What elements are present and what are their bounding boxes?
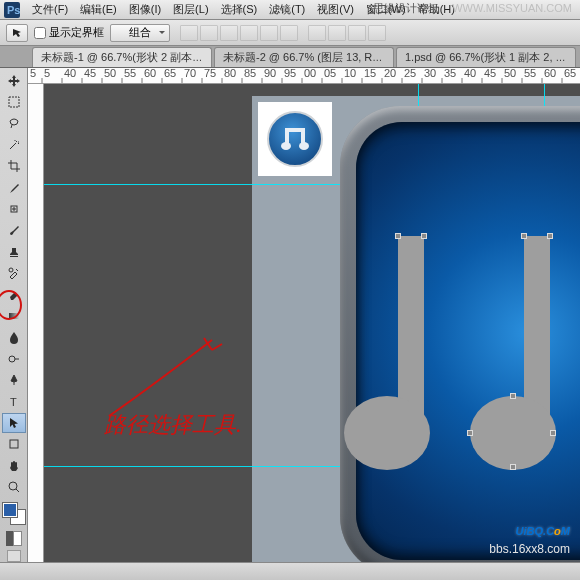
svg-rect-2 (9, 97, 19, 107)
options-bar: 显示定界框 组合 (0, 20, 580, 46)
screen-mode-button[interactable] (7, 550, 21, 562)
show-transform-label: 显示定界框 (49, 25, 104, 40)
brand-url: WWW.MISSYUAN.COM (452, 2, 572, 14)
path-anchor[interactable] (467, 430, 473, 436)
ruler-tick-label: 35 (444, 68, 456, 79)
align-button[interactable] (180, 25, 198, 41)
marquee-tool[interactable] (2, 92, 26, 111)
document-canvas[interactable] (252, 96, 580, 562)
menu-view[interactable]: 视图(V) (311, 2, 360, 17)
foreground-color-swatch[interactable] (3, 503, 17, 517)
color-swatches[interactable] (2, 502, 26, 525)
align-button[interactable] (260, 25, 278, 41)
align-button[interactable] (200, 25, 218, 41)
type-tool[interactable]: T (2, 392, 26, 411)
vertical-ruler[interactable] (28, 84, 44, 562)
ruler-tick-label: 55 (124, 68, 136, 79)
menu-layer[interactable]: 图层(L) (167, 2, 214, 17)
document-tab[interactable]: 未标题-2 @ 66.7% (图层 13, RGB/8) *× (214, 47, 394, 67)
path-selection-tool[interactable] (2, 413, 26, 432)
move-tool[interactable] (2, 71, 26, 90)
path-anchor[interactable] (510, 464, 516, 470)
ruler-tick-label: 95 (284, 68, 296, 79)
ruler-tick-label: 85 (244, 68, 256, 79)
quick-mask-toggle[interactable] (6, 531, 22, 546)
svg-rect-8 (10, 440, 18, 448)
show-transform-checkbox[interactable]: 显示定界框 (34, 25, 104, 40)
ruler-tick-label: 50 (104, 68, 116, 79)
menu-edit[interactable]: 编辑(E) (74, 2, 123, 17)
ruler-tick-label: 20 (384, 68, 396, 79)
distribute-button[interactable] (368, 25, 386, 41)
menu-filter[interactable]: 滤镜(T) (263, 2, 311, 17)
ruler-tick-label: 65 (164, 68, 176, 79)
distribute-button[interactable] (348, 25, 366, 41)
ruler-tick-label: 5 (30, 68, 36, 79)
ruler-tick-label: 75 (204, 68, 216, 79)
document-tab[interactable]: 未标题-1 @ 66.7%(形状 2 副本 2, 快速蒙版/8) *× (32, 47, 212, 67)
path-anchor[interactable] (547, 233, 553, 239)
brush-tool[interactable] (2, 221, 26, 240)
document-tab-bar: 未标题-1 @ 66.7%(形状 2 副本 2, 快速蒙版/8) *× 未标题-… (0, 46, 580, 68)
history-brush-tool[interactable] (2, 264, 26, 283)
svg-text:T: T (10, 396, 17, 408)
path-anchor[interactable] (510, 393, 516, 399)
ruler-tick-label: 80 (224, 68, 236, 79)
ps-logo-icon: Ps (4, 2, 20, 18)
annotation-arrow: 路径选择工具. (104, 384, 324, 446)
path-anchor[interactable] (550, 430, 556, 436)
healing-tool[interactable] (2, 199, 26, 218)
pen-tool[interactable] (2, 370, 26, 389)
path-anchor[interactable] (421, 233, 427, 239)
dodge-tool[interactable] (2, 349, 26, 368)
path-anchor[interactable] (521, 233, 527, 239)
distribute-button[interactable] (308, 25, 326, 41)
canvas-area[interactable]: 路径选择工具. (44, 84, 580, 562)
blur-tool[interactable] (2, 328, 26, 347)
tab-label: 1.psd @ 66.7%(形状 1 副本 2, RGB/8) * (405, 51, 576, 63)
ruler-tick-label: 60 (544, 68, 556, 79)
align-button[interactable] (240, 25, 258, 41)
align-button[interactable] (280, 25, 298, 41)
crop-tool[interactable] (2, 157, 26, 176)
ruler-tick-label: 30 (424, 68, 436, 79)
path-shape-head[interactable] (344, 396, 430, 470)
ruler-tick-label: 40 (464, 68, 476, 79)
distribute-button[interactable] (328, 25, 346, 41)
tool-preset-button[interactable] (6, 24, 28, 42)
path-shape-head[interactable] (470, 396, 556, 470)
ruler-tick-label: 25 (404, 68, 416, 79)
show-transform-input[interactable] (34, 27, 46, 39)
tab-label: 未标题-2 @ 66.7% (图层 13, RGB/8) * (223, 51, 394, 63)
ruler-tick-label: 45 (84, 68, 96, 79)
menu-image[interactable]: 图像(I) (123, 2, 167, 17)
shape-tool[interactable] (2, 435, 26, 454)
distribute-button-group (308, 25, 386, 41)
eyedropper-tool[interactable] (2, 178, 26, 197)
reference-image (258, 102, 332, 176)
wand-tool[interactable] (2, 135, 26, 154)
ruler-tick-label: 45 (484, 68, 496, 79)
path-anchor[interactable] (395, 233, 401, 239)
stamp-tool[interactable] (2, 242, 26, 261)
ruler-tick-label: 15 (364, 68, 376, 79)
watermark-url: bbs.16xx8.com (489, 542, 570, 556)
ruler-tick-label: 90 (264, 68, 276, 79)
ruler-tick-label: 00 (304, 68, 316, 79)
annotation-text: 路径选择工具. (104, 412, 242, 437)
menu-select[interactable]: 选择(S) (215, 2, 264, 17)
zoom-tool[interactable] (2, 477, 26, 496)
watermark-text: o (554, 525, 561, 537)
hand-tool[interactable] (2, 456, 26, 475)
ruler-tick-label: 50 (504, 68, 516, 79)
menu-file[interactable]: 文件(F) (26, 2, 74, 17)
path-operations-label: 组合 (129, 25, 151, 40)
horizontal-ruler[interactable]: 5 54045505560657075808590950005101520253… (28, 68, 580, 84)
lasso-tool[interactable] (2, 114, 26, 133)
align-button-group (180, 25, 298, 41)
path-operations-combo[interactable]: 组合 (110, 24, 170, 42)
document-tab[interactable]: 1.psd @ 66.7%(形状 1 副本 2, RGB/8) *× (396, 47, 576, 67)
ruler-tick-label: 65 (564, 68, 576, 79)
svg-point-6 (9, 356, 15, 362)
align-button[interactable] (220, 25, 238, 41)
